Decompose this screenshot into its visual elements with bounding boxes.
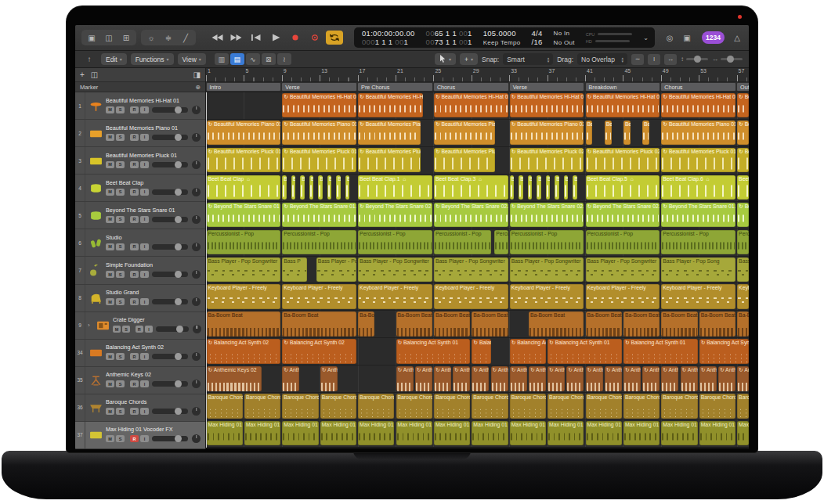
mute-button[interactable]: M — [106, 408, 114, 415]
track-header-6[interactable]: 6StudioMSRI — [75, 229, 205, 257]
region[interactable]: ↻ Beyond The Stars Snare 01 ∞ — [207, 203, 281, 227]
region[interactable]: ↻ Beyond The Stars Snare 02 ∞ — [358, 203, 432, 227]
region[interactable]: Be — [605, 121, 612, 145]
record-enable-button[interactable]: R — [130, 134, 139, 141]
section-marker[interactable]: Pre Chorus — [358, 83, 432, 91]
region[interactable]: ↻ Anthe — [415, 366, 432, 391]
region[interactable]: Be — [642, 121, 649, 145]
region[interactable]: Ba-Boom Beat — [529, 311, 584, 336]
pan-knob[interactable] — [192, 407, 201, 416]
record-enable-button[interactable]: R — [130, 189, 139, 196]
region[interactable]: Max Hiding 01 V — [358, 421, 394, 445]
section-marker[interactable]: Verse — [282, 83, 356, 91]
volume-slider[interactable] — [152, 381, 188, 387]
region[interactable]: Max Hiding 01 V — [472, 421, 508, 445]
track-header-1[interactable]: 1Beautiful Memories Hi-Hat 01MSRI — [75, 92, 205, 120]
section-marker[interactable]: Chorus — [434, 83, 508, 91]
pointer-tool-menu[interactable]: ▾ — [435, 53, 456, 65]
region[interactable]: B — [555, 175, 559, 200]
solo-button[interactable]: S — [116, 298, 125, 305]
region[interactable]: ↻ Beyond The Stars Snare 01.2 — [661, 203, 735, 227]
volume-knob[interactable] — [175, 408, 182, 415]
region[interactable]: Bass Player - Pop Songwriter — [510, 257, 584, 282]
region[interactable]: Ba-Boom Beat — [661, 311, 697, 336]
region[interactable]: ↻ Anthe — [453, 366, 470, 391]
region[interactable]: Beet Beat Clap ⌂ — [207, 175, 281, 200]
region[interactable]: Max Hiding 01 V — [510, 421, 546, 445]
section-marker[interactable]: Chorus — [661, 83, 735, 91]
cycle-button[interactable] — [326, 31, 343, 45]
mute-button[interactable]: M — [106, 216, 114, 223]
region[interactable]: Keyboard Player - Freely — [434, 284, 508, 308]
region[interactable]: Baroque Chords — [396, 394, 432, 418]
region[interactable]: ↻ Anthe — [566, 366, 584, 391]
region[interactable]: Baroque Chords — [434, 394, 470, 418]
region[interactable]: B — [564, 175, 569, 200]
mute-button[interactable]: M — [113, 326, 121, 333]
solo-button[interactable]: S — [116, 161, 125, 168]
regions-icon[interactable]: ▤ — [230, 53, 244, 65]
region[interactable]: ↻ Balancing Act Synth 01 — [548, 339, 622, 363]
region[interactable]: ↻ Balancing Act — [510, 339, 546, 363]
region[interactable]: Percussionist - Pop — [207, 230, 281, 254]
region[interactable]: ↻ Beautiful Memories Piano 01 — [207, 121, 281, 145]
region[interactable]: ↻ Beautiful Memories Hi-Hat 02.3 — [586, 93, 660, 117]
region[interactable]: ↻ Beyond The Stars Snare 01.1 — [282, 203, 356, 227]
solo-button[interactable]: S — [116, 408, 125, 415]
record-enable-button[interactable]: R — [130, 353, 139, 360]
region[interactable]: Bass Player - Pop Songwriter — [207, 257, 281, 282]
region[interactable]: Baroque Chords — [472, 394, 508, 418]
mixer-icon[interactable]: ≑ — [161, 31, 176, 45]
region[interactable]: Keyboard Player - Freely — [586, 284, 660, 308]
input-monitor-button[interactable]: I — [140, 106, 149, 113]
marquee-icon[interactable]: ⊠ — [262, 53, 276, 65]
input-monitor-button[interactable]: I — [140, 216, 149, 223]
region[interactable]: Percussionist - Pop — [661, 230, 735, 254]
section-marker[interactable]: Intro — [207, 83, 281, 91]
pan-knob[interactable] — [192, 215, 201, 224]
region[interactable]: B — [282, 175, 287, 200]
solo-button[interactable]: S — [116, 271, 125, 278]
region[interactable]: Max Hiding 01 V — [699, 421, 735, 445]
region[interactable]: ↻ Balancing Act Synth 01 — [396, 339, 471, 363]
lcd-chevron-icon[interactable]: ⌄ — [643, 34, 649, 41]
region[interactable]: Bass Player - Pop Song — [661, 257, 735, 282]
volume-slider[interactable] — [152, 189, 188, 195]
lcd-display[interactable]: 01:00:00:00.000001 1 1 0010065 1 1 00100… — [354, 27, 655, 48]
region[interactable]: Keyboard Player - Freely — [207, 284, 281, 308]
region[interactable]: B — [291, 175, 296, 200]
region[interactable]: ↻ Anthe — [642, 366, 660, 391]
volume-knob[interactable] — [175, 189, 182, 196]
region[interactable]: Ba-Boom Beat — [434, 311, 470, 336]
region[interactable]: B — [345, 175, 350, 200]
region[interactable]: Bass Player - Pop Songwriter — [358, 257, 432, 282]
quick-help-icon[interactable]: ⊞ — [118, 31, 134, 45]
region[interactable]: Max Hiding 01 V — [282, 421, 318, 445]
region[interactable]: ↻ Beyon — [737, 203, 749, 227]
track-header-9[interactable]: 9›Crate DiggerMSRI — [75, 312, 205, 340]
pan-knob[interactable] — [193, 325, 201, 333]
playhead[interactable] — [206, 92, 207, 448]
solo-button[interactable]: S — [116, 435, 125, 442]
region[interactable]: Max Hiding 01 V — [548, 421, 584, 445]
input-monitor-button[interactable]: I — [140, 271, 149, 278]
region[interactable]: Keyboard Player - Freely — [358, 284, 432, 308]
volume-slider[interactable] — [152, 244, 188, 250]
region[interactable]: B — [318, 175, 323, 200]
volume-knob[interactable] — [175, 243, 182, 250]
mute-button[interactable]: M — [106, 298, 114, 305]
region[interactable]: ↻ Beautiful Memories Pluck 02.2 — [510, 148, 584, 172]
bar-ruler[interactable]: 159131721252933374145495357 — [206, 68, 749, 82]
mute-button[interactable]: M — [106, 380, 114, 387]
region[interactable]: Percussi — [737, 230, 749, 254]
region[interactable]: Ba-Boom Beat — [472, 311, 508, 336]
region[interactable]: Max Hiding 01 V — [320, 421, 356, 445]
region[interactable]: Baroque Chords — [320, 394, 356, 418]
region[interactable]: Beet Beat Clap.1 ⌂ — [358, 175, 432, 200]
volume-knob[interactable] — [175, 353, 182, 360]
record-enable-button[interactable]: R — [130, 380, 139, 387]
region[interactable]: Ba-Boom Beat — [623, 311, 660, 336]
mute-button[interactable]: M — [106, 106, 114, 113]
pan-knob[interactable] — [192, 270, 201, 279]
region[interactable]: ↻ Anthe — [396, 366, 414, 391]
